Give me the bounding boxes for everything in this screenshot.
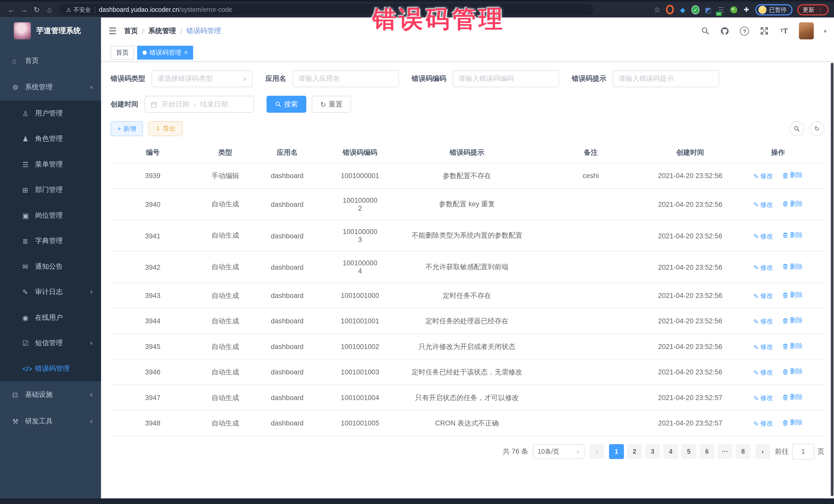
delete-link[interactable]: 删除 xyxy=(783,367,803,376)
update-button[interactable]: 更新 ⋮ xyxy=(797,4,829,15)
delete-link[interactable]: 删除 xyxy=(783,316,803,325)
page-number-button[interactable]: 6 xyxy=(700,444,715,459)
sidebar-item[interactable]: ▣ 岗位管理 xyxy=(0,203,101,228)
page-number-button[interactable]: 5 xyxy=(681,444,696,459)
page-tab[interactable]: 错误码管理 × xyxy=(137,46,193,60)
edit-link[interactable]: ✎ 修改 xyxy=(753,200,773,209)
refresh-table-button[interactable]: ↻ xyxy=(810,122,825,136)
next-page-button[interactable]: › xyxy=(755,444,770,459)
extension-switch-icon[interactable]: ☰on xyxy=(717,6,725,14)
delete-link[interactable]: 删除 xyxy=(783,199,803,208)
page-size-select[interactable]: 10条/页 ∨ xyxy=(533,444,585,459)
sidebar-item[interactable]: ♙ 用户管理 xyxy=(0,101,101,126)
edit-link[interactable]: ✎ 修改 xyxy=(753,172,773,181)
sidebar-item-icon: ♙ xyxy=(22,109,35,117)
search-button[interactable]: 搜索 xyxy=(266,96,306,113)
sidebar-item[interactable]: ✎ 审计日志 ∨ xyxy=(0,279,101,305)
extension-orange-icon[interactable] xyxy=(666,6,674,14)
page-tab[interactable]: 首页 xyxy=(111,46,134,60)
security-label: 不安全 xyxy=(73,6,91,14)
filter-placeholder: 请输入应用名 xyxy=(299,74,340,83)
filter-input[interactable]: 请输入应用名 xyxy=(292,70,399,87)
back-icon[interactable]: ← xyxy=(5,5,17,14)
help-icon[interactable]: ? xyxy=(740,26,749,36)
edit-link[interactable]: ✎ 修改 xyxy=(753,232,773,241)
tab-close-icon[interactable]: × xyxy=(184,49,188,56)
sidebar-item[interactable]: ⌂ 首页 xyxy=(0,47,101,74)
extensions-puzzle-icon[interactable]: ✚ xyxy=(742,6,750,14)
page-number-button[interactable]: 4 xyxy=(663,444,678,459)
breadcrumb-item[interactable]: 错误码管理 xyxy=(186,26,221,36)
reset-button[interactable]: ↻ 重置 xyxy=(312,96,351,113)
edit-link[interactable]: ✎ 修改 xyxy=(753,263,773,272)
font-size-icon[interactable]: TT xyxy=(779,26,789,36)
hamburger-icon[interactable]: ☰ xyxy=(101,25,124,37)
filter-input[interactable]: 请选择错误码类型 ∨ xyxy=(152,70,253,87)
page-number-button[interactable]: 1 xyxy=(609,444,624,459)
sidebar-item[interactable]: ♟ 角色管理 xyxy=(0,126,101,151)
forward-icon[interactable]: → xyxy=(18,5,30,14)
table-toolbar: + 新增 ⇩ 导出 ↻ xyxy=(111,122,825,136)
kebab-menu-icon[interactable]: ⋮ xyxy=(817,6,824,13)
extension-check-icon[interactable]: ✓ xyxy=(692,6,700,14)
page-number-button[interactable]: 2 xyxy=(627,444,642,459)
delete-link[interactable]: 删除 xyxy=(783,342,803,351)
bookmark-star-icon[interactable]: ☆ xyxy=(653,6,661,14)
sidebar-item[interactable]: ⚒ 研发工具 ∨ xyxy=(0,408,101,435)
github-icon[interactable] xyxy=(720,26,729,36)
sidebar-item[interactable]: ≣ 字典管理 xyxy=(0,228,101,254)
breadcrumb-item[interactable]: 首页 xyxy=(124,26,138,36)
sidebar-item[interactable]: ✉ 通知公告 xyxy=(0,254,101,279)
table-row: 3943 自动生成 dashboard 1001001000 定时任务不存在 2… xyxy=(111,283,825,308)
user-avatar[interactable] xyxy=(799,22,814,39)
page-number-button[interactable]: 8 xyxy=(736,444,751,459)
edit-link[interactable]: ✎ 修改 xyxy=(753,368,773,377)
breadcrumb: 首页 / 系统管理 / 错误码管理 xyxy=(124,26,221,36)
address-bar[interactable]: ⚠ 不安全 dashboard.yudao.iocoder.cn/system/… xyxy=(60,4,594,16)
avatar-caret-icon[interactable]: ▾ xyxy=(824,28,827,34)
fullscreen-icon[interactable] xyxy=(760,26,769,36)
show-search-button[interactable] xyxy=(789,122,804,136)
delete-link[interactable]: 删除 xyxy=(783,231,803,240)
edit-link[interactable]: ✎ 修改 xyxy=(753,343,773,352)
delete-link[interactable]: 删除 xyxy=(783,290,803,300)
home-icon[interactable]: ⌂ xyxy=(44,5,56,14)
edit-link[interactable]: ✎ 修改 xyxy=(753,419,773,428)
cell-memo xyxy=(532,359,649,385)
delete-link[interactable]: 删除 xyxy=(783,418,803,427)
cell-actions: ✎ 修改 删除 xyxy=(731,283,825,308)
refresh-icon[interactable]: ↻ xyxy=(31,5,43,14)
sidebar-item[interactable]: </> 错误码管理 xyxy=(0,356,101,381)
security-warning[interactable]: ⚠ 不安全 xyxy=(66,6,91,14)
edit-link[interactable]: ✎ 修改 xyxy=(753,317,773,326)
sidebar-item-icon: ⚙ xyxy=(12,83,25,91)
page-number-button[interactable]: ··· xyxy=(718,444,732,459)
filter-input[interactable]: 请输入错误码编码 xyxy=(453,70,559,87)
edit-link[interactable]: ✎ 修改 xyxy=(753,394,773,403)
add-button[interactable]: + 新增 xyxy=(111,122,143,136)
breadcrumb-item[interactable]: 系统管理 xyxy=(148,26,176,36)
cell-msg: 参数配置不存在 xyxy=(401,163,532,188)
date-range-input[interactable]: 开始日期 - 结束日期 xyxy=(145,96,254,113)
sidebar-item[interactable]: ☰ 菜单管理 xyxy=(0,152,101,177)
export-button[interactable]: ⇩ 导出 xyxy=(148,122,182,136)
sidebar-item[interactable]: ◉ 在线用户 xyxy=(0,305,101,330)
goto-page-input[interactable]: 1 xyxy=(792,444,814,460)
sidebar-item[interactable]: ☑ 短信管理 ∨ xyxy=(0,330,101,356)
page-number-button[interactable]: 3 xyxy=(645,444,660,459)
scrollbar-thumb[interactable] xyxy=(831,63,833,496)
extension-grid-icon[interactable]: ◩ xyxy=(704,6,712,14)
profile-paused-badge[interactable]: 已暂停 xyxy=(755,4,792,15)
edit-link[interactable]: ✎ 修改 xyxy=(753,291,773,301)
sidebar-item[interactable]: ⊞ 部门管理 xyxy=(0,177,101,202)
delete-link[interactable]: 删除 xyxy=(783,393,803,401)
extension-gem-icon[interactable]: ◆ xyxy=(679,6,687,14)
filter-input[interactable]: 请输入错误码提示 xyxy=(613,70,719,87)
sidebar-item[interactable]: ⚙ 系统管理 ∧ xyxy=(0,74,101,101)
delete-link[interactable]: 删除 xyxy=(783,262,803,271)
delete-link[interactable]: 删除 xyxy=(783,171,803,180)
extension-spy-icon[interactable] xyxy=(730,6,738,14)
search-icon[interactable] xyxy=(701,26,710,36)
prev-page-button[interactable]: ‹ xyxy=(589,444,604,459)
sidebar-item[interactable]: ⊡ 基础设施 ∨ xyxy=(0,381,101,408)
